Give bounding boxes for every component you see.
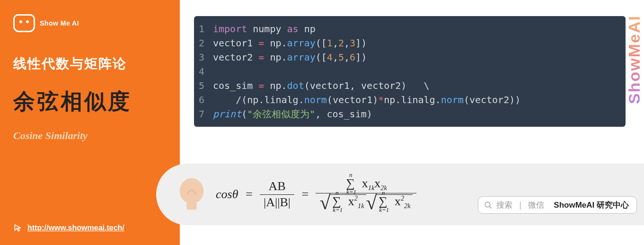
cursor-icon: [13, 223, 23, 233]
search-badge[interactable]: 搜索 ｜ 微信 ShowMeAI 研究中心: [478, 196, 637, 214]
line-number: 3: [194, 50, 213, 64]
sidebar: Show Me AI 线性代数与矩阵论 余弦相似度 Cosine Similar…: [0, 0, 180, 245]
logo: Show Me AI: [13, 14, 167, 32]
sqrt-2: n ∑ k=1 x22k: [366, 194, 413, 211]
line-number: 6: [194, 93, 213, 107]
watermark: ShowMeAI: [625, 15, 644, 104]
svg-rect-1: [186, 202, 197, 210]
svg-point-0: [180, 178, 203, 204]
code-content: import numpy as np: [213, 22, 316, 36]
logo-text: Show Me AI: [40, 19, 79, 27]
search-placeholder: 搜索: [496, 200, 512, 210]
line-number: 7: [194, 107, 213, 121]
equals-2: =: [301, 187, 309, 201]
page-title: 余弦相似度: [13, 87, 167, 116]
code-content: cos_sim = np.dot(vector1, vector2) \: [213, 79, 430, 93]
svg-line-3: [489, 206, 492, 209]
code-content: print("余弦相似度为", cos_sim): [213, 107, 372, 121]
line-number: 5: [194, 79, 213, 93]
code-line: 3vector2 = np.array([4,5,6]): [194, 50, 626, 64]
line-number: 2: [194, 36, 213, 50]
category-title: 线性代数与矩阵论: [13, 55, 167, 73]
code-line: 6 /(np.linalg.norm(vector1)*np.linalg.no…: [194, 93, 626, 107]
code-content: vector1 = np.array([1,2,3]): [213, 36, 367, 50]
robot-icon: [13, 14, 35, 32]
search-hint: 微信: [528, 200, 544, 210]
search-brand: ShowMeAI 研究中心: [554, 200, 629, 210]
line-number: 1: [194, 22, 213, 36]
code-line: 7print("余弦相似度为", cos_sim): [194, 107, 626, 121]
svg-point-2: [485, 202, 490, 207]
equals: =: [245, 187, 253, 201]
line-number: 4: [194, 64, 213, 79]
fraction-1: AB |A||B|: [260, 179, 294, 210]
formula-lhs: cosθ: [216, 187, 238, 201]
page-title-en: Cosine Similarity: [13, 130, 167, 142]
formula-band: cosθ = AB |A||B| = n ∑ k=1 x1kx2k: [156, 164, 644, 225]
site-url[interactable]: http://www.showmeai.tech/: [13, 223, 124, 233]
code-block: 1import numpy as np2vector1 = np.array([…: [194, 16, 626, 127]
code-line: 4: [194, 64, 626, 79]
code-content: /(np.linalg.norm(vector1)*np.linalg.norm…: [213, 93, 520, 107]
code-line: 1import numpy as np: [194, 22, 626, 36]
main-content: 1import numpy as np2vector1 = np.array([…: [180, 0, 644, 245]
sqrt-1: n ∑ k=1 x21k: [319, 194, 366, 211]
lightbulb-icon: [170, 173, 213, 216]
fraction-2: n ∑ k=1 x1kx2k n ∑ k=1 x21k: [316, 176, 416, 213]
search-icon: [484, 201, 493, 210]
code-content: vector2 = np.array([4,5,6]): [213, 50, 367, 64]
url-text: http://www.showmeai.tech/: [27, 224, 124, 232]
sum-icon: n ∑ k=1: [345, 177, 356, 191]
code-line: 2vector1 = np.array([1,2,3]): [194, 36, 626, 50]
code-line: 5cos_sim = np.dot(vector1, vector2) \: [194, 79, 626, 93]
cosine-formula: cosθ = AB |A||B| = n ∑ k=1 x1kx2k: [216, 176, 416, 213]
